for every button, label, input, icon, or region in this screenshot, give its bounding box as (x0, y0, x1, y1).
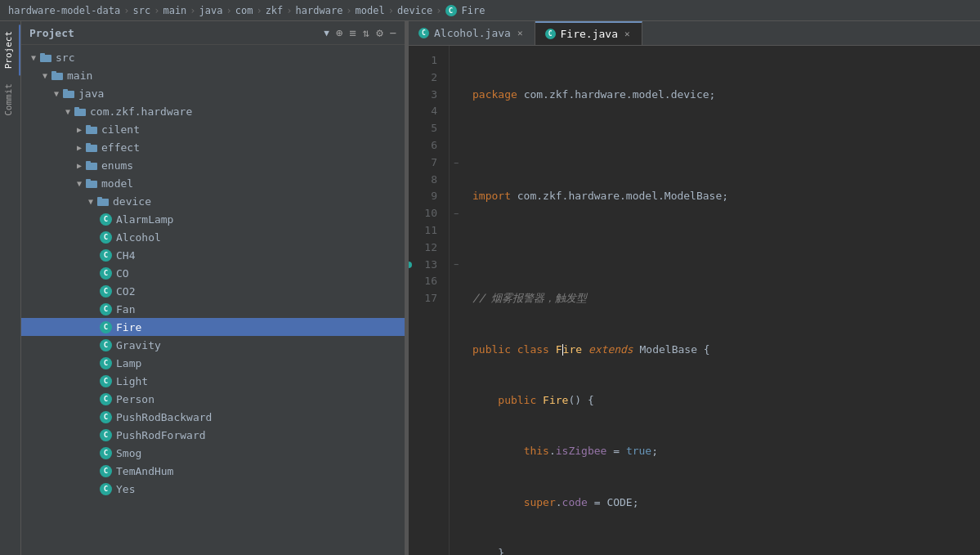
project-panel: Project ▼ ⊕ ≡ ⇅ ⚙ − ▼ src ▼ (21, 21, 405, 555)
globe-icon[interactable]: ⊕ (336, 26, 342, 39)
tree-item-cilent[interactable]: ▶ cilent (21, 120, 405, 138)
code-line-7: public Fire() { (472, 392, 970, 410)
code-line-8: this.isZigbee = true; (472, 443, 970, 460)
gear-icon[interactable]: ⚙ (376, 26, 383, 39)
breadcrumb-project[interactable]: hardware-model-data (8, 5, 120, 16)
line-num-5: 5 (409, 120, 442, 137)
folder-icon-cilent (85, 123, 98, 136)
tree-item-pushrodforward[interactable]: C PushRodForward (21, 426, 405, 444)
tree-item-co2[interactable]: C CO2 (21, 282, 405, 300)
class-badge-person: C (100, 393, 112, 405)
line-num-4: 4 (409, 103, 442, 120)
svg-rect-16 (97, 199, 109, 206)
minimize-icon[interactable]: − (390, 26, 396, 39)
code-line-3: import com.zkf.hardware.model.ModelBase; (472, 188, 970, 205)
class-badge-ch4: C (100, 249, 112, 262)
tabs-bar: C Alcohol.java ✕ C Fire.java ✕ (409, 21, 980, 46)
fold-btn-13[interactable]: − (450, 257, 463, 274)
tree-item-java[interactable]: ▼ java (21, 84, 405, 102)
code-content[interactable]: package com.zkf.hardware.model.device; i… (463, 46, 980, 555)
tree-item-temandhum[interactable]: C TemAndHum (21, 462, 405, 480)
tree-item-co[interactable]: C CO (21, 264, 405, 282)
vertical-tab-project[interactable]: Project (0, 25, 20, 75)
arrow-device: ▼ (85, 195, 96, 207)
tab-close-alcohol[interactable]: ✕ (516, 27, 525, 39)
tree-label-com: com.zkf.hardware (90, 105, 192, 118)
tree-item-src[interactable]: ▼ src (21, 48, 405, 66)
svg-rect-10 (86, 145, 97, 152)
project-title: Project (29, 27, 317, 39)
tree-label-model: model (101, 177, 133, 190)
folder-icon-com (74, 105, 87, 118)
code-line-2 (472, 137, 970, 154)
code-line-1: package com.zkf.hardware.model.device; (472, 87, 970, 104)
tree-item-gravity[interactable]: C Gravity (21, 336, 405, 354)
breadcrumb-com[interactable]: com (235, 5, 253, 16)
breadcrumb-fire[interactable]: Fire (462, 5, 486, 16)
folder-icon-model (85, 177, 98, 190)
svg-rect-17 (97, 197, 102, 199)
tree-item-yes[interactable]: C Yes (21, 480, 405, 498)
code-line-10: } (472, 545, 970, 555)
tree-label-src: src (56, 51, 74, 64)
tree-item-effect[interactable]: ▶ effect (21, 138, 405, 156)
tree-item-smog[interactable]: C Smog (21, 444, 405, 462)
tree-item-fire[interactable]: C Fire (21, 318, 405, 336)
fold-btn-7[interactable]: − (450, 154, 463, 172)
tree-label-person: Person (116, 393, 154, 405)
tab-icon-alcohol: C (418, 28, 429, 38)
sort-icon[interactable]: ⇅ (363, 26, 369, 39)
folder-icon-effect (85, 141, 98, 154)
arrow-java: ▼ (51, 87, 62, 99)
align-icon[interactable]: ≡ (349, 26, 356, 39)
breadcrumb-main[interactable]: main (163, 5, 186, 16)
breadcrumb-model[interactable]: model (356, 5, 385, 16)
tree-item-main[interactable]: ▼ main (21, 66, 405, 84)
tree-item-enums[interactable]: ▶ enums (21, 156, 405, 174)
line-num-1: 1 (409, 52, 442, 69)
tree-item-ch4[interactable]: C CH4 (21, 246, 405, 264)
tree-item-pushrodbackward[interactable]: C PushRodBackward (21, 408, 405, 426)
tree-label-gravity: Gravity (116, 339, 161, 351)
tab-icon-fire: C (545, 29, 556, 39)
class-badge-light: C (100, 375, 112, 387)
arrow-cilent: ▶ (74, 123, 85, 135)
breadcrumb-java[interactable]: java (199, 5, 223, 16)
svg-rect-12 (86, 163, 97, 170)
tree-item-fan[interactable]: C Fan (21, 300, 405, 318)
tab-alcohol[interactable]: C Alcohol.java ✕ (409, 21, 535, 45)
breadcrumb-hardware[interactable]: hardware (296, 5, 343, 16)
code-editor[interactable]: 1 2 3 4 5 6 7 8 9 10 11 12 13 16 17 (409, 46, 980, 555)
arrow-src: ▼ (28, 51, 39, 63)
breadcrumb-device[interactable]: device (397, 5, 432, 16)
tree-item-light[interactable]: C Light (21, 372, 405, 390)
tree-item-lamp[interactable]: C Lamp (21, 354, 405, 372)
arrow-effect: ▶ (74, 141, 85, 153)
tree-label-fan: Fan (116, 303, 135, 316)
breadcrumb-src[interactable]: src (133, 5, 151, 16)
tree-item-alcohol[interactable]: C Alcohol (21, 228, 405, 246)
svg-rect-14 (86, 181, 97, 188)
tab-close-fire[interactable]: ✕ (623, 28, 632, 40)
tree-label-smog: Smog (116, 447, 141, 459)
tree-item-person[interactable]: C Person (21, 390, 405, 408)
vertical-tab-commit[interactable]: Commit (0, 77, 20, 123)
line-num-10: 10 (409, 205, 442, 222)
folder-icon-src (39, 51, 52, 64)
tab-fire[interactable]: C Fire.java ✕ (535, 21, 642, 45)
folder-icon-enums (85, 159, 98, 172)
tree-label-effect: effect (101, 141, 140, 154)
fold-btn-10[interactable]: − (450, 205, 463, 222)
line-num-7: 7 (409, 154, 442, 172)
svg-rect-4 (63, 91, 74, 98)
tree-label-pushrodforward: PushRodForward (116, 429, 206, 441)
code-line-4 (472, 239, 970, 257)
breadcrumb-zkf[interactable]: zkf (266, 5, 284, 16)
class-badge-smog: C (100, 447, 112, 459)
tree-item-model[interactable]: ▼ model (21, 174, 405, 192)
tree-item-alarmlamp[interactable]: C AlarmLamp (21, 210, 405, 228)
line-num-17: 17 (409, 290, 442, 307)
tree-item-device[interactable]: ▼ device (21, 192, 405, 210)
tree-item-com-zkf-hardware[interactable]: ▼ com.zkf.hardware (21, 102, 405, 120)
class-badge-fire: C (100, 321, 112, 333)
